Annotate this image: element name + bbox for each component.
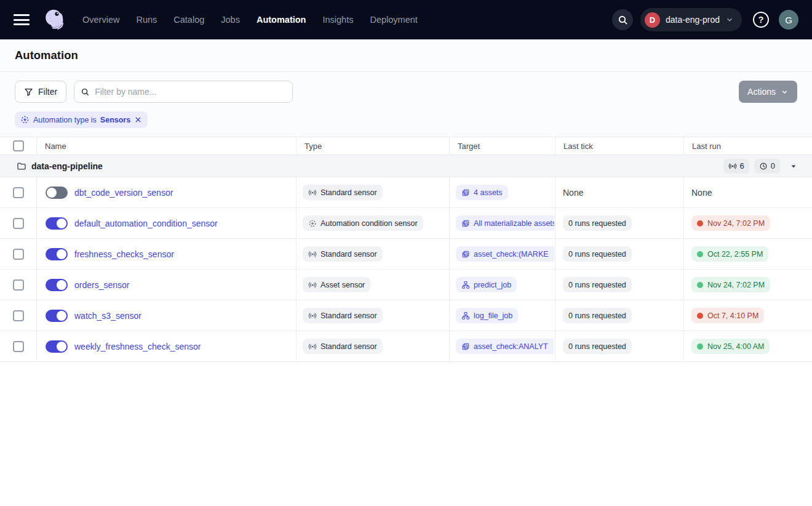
select-all-checkbox[interactable] [13, 140, 24, 151]
column-header-name: Name [37, 137, 297, 155]
name-filter-input[interactable] [95, 87, 286, 97]
help-button[interactable]: ? [753, 12, 769, 28]
sensor-toggle[interactable] [46, 248, 68, 260]
filter-button-label: Filter [38, 87, 57, 97]
last-tick-label: 0 runs requested [568, 342, 626, 351]
sensor-target-badge[interactable]: 4 assets [456, 185, 508, 200]
toggle-knob [47, 188, 57, 198]
toggle-knob [57, 249, 66, 259]
cell-checkbox [0, 300, 37, 331]
cell-target: log_file_job [450, 300, 555, 331]
top-nav: OverviewRunsCatalogJobsAutomationInsight… [0, 0, 812, 39]
cell-name: default_automation_condition_sensor [37, 208, 297, 238]
cell-last-tick: 0 runs requested [555, 331, 684, 361]
last-tick-label: 0 runs requested [568, 281, 626, 289]
deployment-badge: D [645, 12, 660, 28]
nav-item-runs[interactable]: Runs [136, 15, 157, 25]
asset-icon [461, 250, 470, 259]
table-header: Name Type Target Last tick Last run [0, 137, 812, 155]
cell-last-run: Nov 25, 4:00 AM [684, 331, 812, 361]
cell-name: freshness_checks_sensor [37, 239, 297, 269]
sensor-target-badge[interactable]: predict_job [456, 277, 517, 292]
sensor-target-badge[interactable]: asset_check:ANALYT [456, 339, 554, 354]
table-row: orders_sensorAsset sensorpredict_job0 ru… [0, 270, 812, 300]
row-checkbox[interactable] [13, 310, 24, 321]
close-icon[interactable] [134, 116, 142, 124]
cell-checkbox [0, 331, 37, 361]
cell-type: Standard sensor [297, 177, 450, 207]
sensor-toggle[interactable] [46, 310, 68, 322]
collapse-group-button[interactable] [790, 163, 797, 170]
dagster-logo[interactable] [42, 7, 68, 33]
last-run-badge[interactable]: Oct 22, 2:55 PM [691, 246, 768, 262]
sensor-target-label: log_file_job [474, 311, 512, 320]
sensor-toggle[interactable] [46, 217, 68, 230]
cell-target: 4 assets [450, 177, 555, 207]
nav-item-overview[interactable]: Overview [82, 15, 119, 25]
sensor-target-badge[interactable]: log_file_job [456, 308, 518, 323]
last-run-badge[interactable]: Nov 24, 7:02 PM [691, 215, 770, 231]
nav-item-automation[interactable]: Automation [257, 15, 306, 25]
last-tick-text: None [563, 188, 583, 198]
nav-item-jobs[interactable]: Jobs [221, 15, 240, 25]
funnel-icon [24, 87, 33, 97]
sensor-name-link[interactable]: orders_sensor [74, 280, 130, 290]
last-run-badge[interactable]: Nov 24, 7:02 PM [691, 277, 770, 292]
last-run-label: Oct 7, 4:10 PM [707, 311, 758, 320]
job-icon [461, 311, 470, 320]
sensor-name-link[interactable]: watch_s3_sensor [74, 311, 141, 321]
row-checkbox[interactable] [13, 279, 24, 291]
deployment-switcher[interactable]: D data-eng-prod [640, 8, 742, 31]
chevron-down-icon [781, 88, 789, 96]
sensor-target-badge[interactable]: All materializable assets [456, 215, 554, 231]
sensor-toggle[interactable] [46, 279, 68, 291]
last-tick-label: 0 runs requested [568, 219, 626, 228]
row-checkbox[interactable] [13, 218, 24, 229]
table-row: default_automation_condition_sensorAutom… [0, 208, 812, 239]
folder-icon [17, 161, 26, 171]
job-icon [461, 281, 470, 289]
cell-type: Asset sensor [297, 270, 450, 300]
sensor-name-link[interactable]: freshness_checks_sensor [74, 249, 174, 259]
last-run-badge[interactable]: Oct 7, 4:10 PM [691, 308, 764, 323]
status-dot [697, 220, 703, 227]
nav-item-catalog[interactable]: Catalog [173, 15, 204, 25]
nav-item-deployment[interactable]: Deployment [370, 15, 417, 25]
help-icon: ? [758, 15, 764, 25]
sensor-toggle[interactable] [46, 187, 68, 199]
row-checkbox[interactable] [13, 341, 24, 352]
caret-down-icon [790, 163, 797, 170]
sensor-type-label: Automation condition sensor [320, 219, 418, 228]
last-tick-badge: 0 runs requested [563, 339, 632, 354]
filter-button[interactable]: Filter [15, 81, 66, 103]
nav-item-insights[interactable]: Insights [322, 15, 353, 25]
sensor-name-link[interactable]: default_automation_condition_sensor [74, 219, 218, 228]
row-checkbox[interactable] [13, 249, 24, 260]
cell-last-tick: 0 runs requested [555, 270, 684, 300]
page-header: Automation [0, 39, 812, 72]
sensor-type-badge: Standard sensor [303, 339, 383, 354]
sensor-icon [728, 162, 737, 171]
global-search-button[interactable] [612, 9, 633, 30]
sensor-type-label: Standard sensor [320, 342, 377, 351]
filter-chip-automation-type[interactable]: Automation type is Sensors [15, 111, 148, 128]
sensor-target-badge[interactable]: asset_check:(MARKE [456, 246, 554, 262]
last-run-badge[interactable]: Nov 25, 4:00 AM [691, 339, 770, 354]
sensor-type-badge: Standard sensor [303, 246, 383, 262]
user-avatar[interactable]: G [779, 10, 798, 30]
status-dot [697, 251, 703, 257]
last-tick-badge: 0 runs requested [563, 246, 632, 262]
row-checkbox[interactable] [13, 187, 24, 198]
sensor-toggle[interactable] [46, 340, 68, 353]
cell-last-run: None [684, 177, 812, 207]
sensor-name-link[interactable]: weekly_freshness_check_sensor [74, 342, 201, 351]
sensor-count-badge: 6 [723, 159, 749, 174]
automation-condition-icon [308, 219, 317, 228]
sensor-type-label: Asset sensor [320, 281, 365, 289]
actions-button[interactable]: Actions [739, 81, 797, 103]
hamburger-menu-icon[interactable] [14, 14, 30, 25]
cell-last-tick: 0 runs requested [555, 300, 684, 331]
cell-name: dbt_code_version_sensor [37, 177, 297, 207]
code-location-group-row[interactable]: data-eng-pipeline 6 0 [0, 155, 812, 177]
sensor-name-link[interactable]: dbt_code_version_sensor [74, 188, 173, 198]
